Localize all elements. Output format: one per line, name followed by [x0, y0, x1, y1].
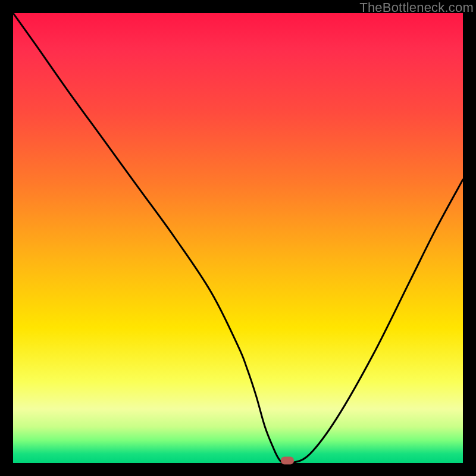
- curve-path: [13, 13, 463, 463]
- chart-plot-area: [13, 13, 463, 463]
- chart-frame: TheBottleneck.com: [0, 0, 476, 476]
- watermark-text: TheBottleneck.com: [359, 0, 474, 15]
- bottleneck-curve: [13, 13, 463, 463]
- optimal-point-marker: [281, 457, 294, 465]
